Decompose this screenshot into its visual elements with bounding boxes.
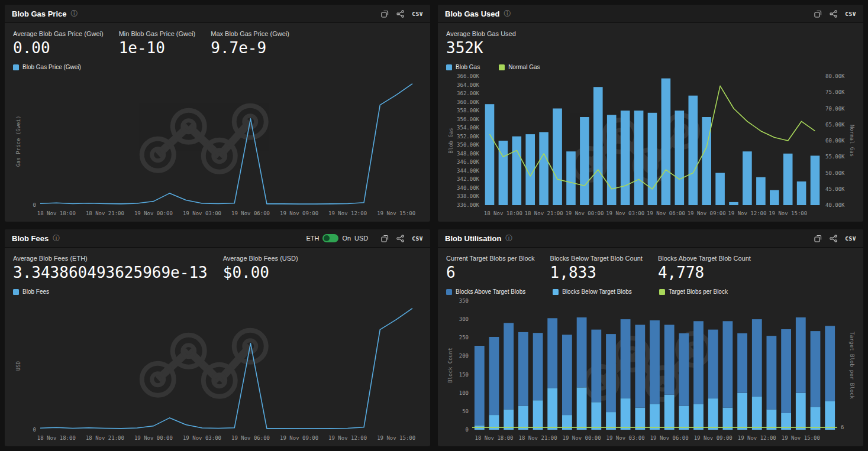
svg-text:250: 250	[459, 335, 469, 340]
svg-text:200: 200	[459, 353, 469, 359]
panel-title: Blob Utilisation	[445, 234, 501, 243]
svg-text:60.00K: 60.00K	[825, 138, 845, 144]
info-icon[interactable]: ⓘ	[505, 235, 512, 242]
svg-text:150: 150	[459, 372, 469, 378]
share-icon[interactable]	[396, 235, 404, 242]
stats-row: Average Blob Fees (ETH) 3.34386049362596…	[13, 255, 422, 281]
svg-text:338.00K: 338.00K	[457, 193, 480, 199]
svg-text:70.00K: 70.00K	[825, 106, 845, 112]
legend: Blob Fees	[13, 288, 422, 295]
svg-text:354.00K: 354.00K	[457, 125, 480, 131]
currency-toggle[interactable]	[322, 234, 338, 242]
svg-text:19 Nov 03:00: 19 Nov 03:00	[606, 210, 644, 216]
svg-text:40.00K: 40.00K	[825, 202, 845, 208]
panel-blob-fees: Blob Fees ⓘ ETH On USD	[5, 229, 430, 446]
legend: Blob Gas Price (Gwei)	[13, 64, 422, 70]
svg-text:19 Nov 09:00: 19 Nov 09:00	[280, 210, 318, 216]
share-icon[interactable]	[396, 10, 404, 18]
svg-text:0: 0	[33, 427, 36, 433]
blob-gas-used-chart[interactable]: 336.00K338.00K340.00K342.00K344.00K346.0…	[446, 72, 855, 219]
blob-fees-chart[interactable]: 0USD18 Nov 18:0018 Nov 21:0019 Nov 00:00…	[13, 296, 422, 444]
stats-row: Current Target Blobs per Block 6 Blocks …	[446, 255, 855, 281]
svg-text:Normal Gas: Normal Gas	[849, 125, 855, 157]
legend-item-blocks-above[interactable]: Blocks Above Target Blobs	[446, 288, 525, 295]
svg-text:346.00K: 346.00K	[457, 159, 480, 165]
legend-item-blocks-below[interactable]: Blocks Below Target Blobs	[553, 288, 632, 295]
svg-text:18 Nov 21:00: 18 Nov 21:00	[525, 210, 563, 216]
expand-icon[interactable]	[381, 235, 389, 242]
info-icon[interactable]: ⓘ	[70, 10, 78, 17]
panel-header: Blob Utilisation ⓘ CSV	[438, 229, 863, 248]
legend-item-target-blobs[interactable]: Target Blobs per Block	[659, 288, 728, 295]
panel-body: Current Target Blobs per Block 6 Blocks …	[438, 248, 863, 446]
panel-body: Average Blob Gas Price (Gwei) 0.00 Min B…	[5, 23, 430, 222]
svg-text:Blob Gas: Blob Gas	[448, 128, 454, 153]
svg-text:356.00K: 356.00K	[457, 116, 480, 122]
expand-icon[interactable]	[381, 10, 389, 18]
legend-swatch	[446, 289, 452, 295]
legend-item-blob-fees[interactable]: Blob Fees	[13, 288, 49, 295]
csv-export-button[interactable]: CSV	[412, 11, 423, 17]
svg-text:350.00K: 350.00K	[457, 142, 480, 148]
svg-text:50.00K: 50.00K	[825, 170, 845, 176]
svg-text:18 Nov 21:00: 18 Nov 21:00	[519, 435, 557, 441]
panel-header: Blob Fees ⓘ ETH On USD	[5, 229, 430, 248]
svg-text:18 Nov 18:00: 18 Nov 18:00	[484, 210, 522, 216]
stat-average-blob-gas-price: Average Blob Gas Price (Gwei) 0.00	[13, 30, 104, 57]
svg-text:100: 100	[459, 390, 469, 396]
blob-gas-price-chart[interactable]: 0Gas Price (Gwei)18 Nov 18:0018 Nov 21:0…	[13, 72, 422, 219]
svg-text:75.00K: 75.00K	[825, 89, 845, 95]
info-icon[interactable]: ⓘ	[53, 235, 60, 242]
csv-export-button[interactable]: CSV	[845, 235, 856, 242]
expand-icon[interactable]	[814, 235, 822, 242]
panel-blob-utilisation: Blob Utilisation ⓘ CSV	[438, 229, 863, 446]
csv-export-button[interactable]: CSV	[412, 235, 423, 242]
svg-text:19 Nov 12:00: 19 Nov 12:00	[328, 210, 367, 216]
svg-text:18 Nov 21:00: 18 Nov 21:00	[86, 435, 124, 441]
svg-text:352.00K: 352.00K	[457, 134, 480, 139]
svg-text:19 Nov 03:00: 19 Nov 03:00	[183, 435, 221, 441]
svg-text:19 Nov 00:00: 19 Nov 00:00	[134, 435, 173, 441]
svg-text:19 Nov 06:00: 19 Nov 06:00	[650, 435, 689, 441]
svg-text:50: 50	[462, 408, 469, 414]
toggle-left-label: ETH	[306, 235, 319, 242]
stat-average-blob-fees-usd: Average Blob Fees (USD) $0.00	[223, 255, 298, 281]
legend-item-blob-gas-price[interactable]: Blob Gas Price (Gwei)	[13, 64, 81, 70]
panel-header: Blob Gas Price ⓘ CSV	[5, 5, 430, 23]
svg-text:19 Nov 00:00: 19 Nov 00:00	[134, 210, 173, 216]
panel-title: Blob Fees	[12, 234, 49, 243]
svg-text:45.00K: 45.00K	[825, 186, 845, 192]
legend-item-blob-gas[interactable]: Blob Gas	[446, 64, 480, 70]
legend-swatch	[13, 289, 19, 295]
share-icon[interactable]	[830, 235, 837, 242]
legend-item-normal-gas[interactable]: Normal Gas	[499, 64, 540, 70]
csv-export-button[interactable]: CSV	[845, 11, 856, 17]
svg-text:6: 6	[841, 424, 844, 430]
legend-swatch	[446, 64, 452, 70]
svg-text:18 Nov 18:00: 18 Nov 18:00	[475, 435, 514, 441]
svg-text:19 Nov 00:00: 19 Nov 00:00	[563, 435, 601, 441]
stat-min-blob-gas-price: Min Blob Gas Price (Gwei) 1e-10	[119, 30, 196, 57]
expand-icon[interactable]	[814, 10, 822, 18]
info-icon[interactable]: ⓘ	[504, 10, 511, 17]
svg-text:19 Nov 09:00: 19 Nov 09:00	[688, 210, 726, 216]
svg-text:USD: USD	[15, 361, 21, 371]
svg-text:19 Nov 15:00: 19 Nov 15:00	[377, 435, 415, 441]
svg-text:18 Nov 18:00: 18 Nov 18:00	[37, 435, 76, 441]
stats-row: Average Blob Gas Used 352K	[446, 30, 855, 57]
share-icon[interactable]	[830, 10, 837, 18]
svg-text:Block Count: Block Count	[447, 348, 453, 383]
svg-text:358.00K: 358.00K	[457, 108, 480, 113]
toggle-right-label: USD	[354, 235, 368, 242]
blob-utilisation-chart[interactable]: 050100150200250300350Block CountTarget B…	[446, 296, 855, 444]
panel-blob-gas-used: Blob Gas Used ⓘ CSV	[438, 5, 863, 222]
svg-text:18 Nov 18:00: 18 Nov 18:00	[37, 210, 76, 216]
svg-text:0: 0	[466, 427, 469, 433]
legend-swatch	[659, 289, 665, 295]
svg-text:19 Nov 06:00: 19 Nov 06:00	[231, 435, 270, 441]
toggle-knob	[324, 235, 330, 241]
svg-text:0: 0	[33, 202, 36, 208]
svg-text:340.00K: 340.00K	[457, 185, 480, 191]
svg-text:342.00K: 342.00K	[457, 176, 480, 182]
svg-text:364.00K: 364.00K	[457, 82, 480, 88]
